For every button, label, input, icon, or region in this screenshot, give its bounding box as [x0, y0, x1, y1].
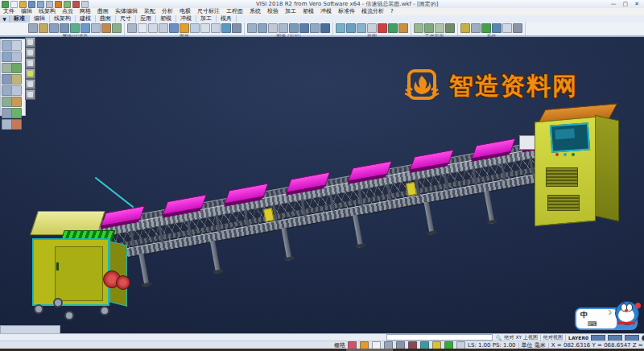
img-capture-icon[interactable] — [310, 23, 320, 33]
menu-模流分析[interactable]: 模流分析 — [358, 8, 387, 15]
img-bg-icon[interactable] — [299, 23, 309, 33]
material-icon[interactable] — [221, 23, 231, 33]
minimize-button[interactable]: — — [611, 1, 617, 8]
conveyor-model[interactable] — [88, 114, 574, 301]
section-icon[interactable] — [200, 23, 210, 33]
print-icon[interactable] — [46, 1, 53, 8]
shaded-edge-icon[interactable] — [169, 23, 179, 33]
tab-冲模[interactable]: 冲模 — [176, 15, 196, 23]
menu-尺寸标注[interactable]: 尺寸标注 — [194, 8, 223, 15]
linetype-icon[interactable] — [49, 23, 59, 33]
menu-编辑[interactable]: 编辑 — [18, 8, 35, 15]
menu-电极[interactable]: 电极 — [176, 8, 194, 15]
measure-icon[interactable] — [11, 74, 22, 85]
new-doc-icon[interactable] — [10, 1, 18, 8]
zoom-all-icon[interactable] — [336, 23, 345, 33]
menu-加工[interactable]: 加工 — [282, 8, 299, 15]
sys-macro-icon[interactable] — [513, 23, 522, 33]
save-icon[interactable] — [28, 1, 35, 8]
copy-icon[interactable] — [11, 52, 22, 62]
close-button[interactable]: ✕ — [634, 1, 639, 8]
img-view-icon[interactable] — [320, 23, 330, 33]
ime-keyboard-icon[interactable]: ⌨ — [588, 320, 597, 328]
3d-viewport[interactable]: 智造资料网 — [0, 37, 644, 333]
zoom-prev-icon[interactable] — [357, 23, 366, 33]
sys-snap-icon[interactable] — [481, 23, 491, 33]
select-filter-icon[interactable] — [112, 23, 122, 33]
search-icon[interactable]: 🔍 — [496, 335, 502, 341]
menu-冲模[interactable]: 冲模 — [317, 8, 335, 15]
menu-点云[interactable]: 点云 — [59, 8, 76, 15]
visibility-icon[interactable] — [91, 23, 101, 33]
lock-icon[interactable] — [101, 23, 111, 33]
render-icon[interactable] — [180, 23, 189, 33]
menu-文件[interactable]: 文件 — [0, 8, 18, 15]
maximize-button[interactable]: ▢ — [623, 1, 629, 8]
view-top-icon[interactable] — [398, 23, 408, 33]
right-machine-cabinet[interactable] — [531, 105, 624, 229]
mirror-icon[interactable] — [11, 63, 22, 73]
tab-尺寸[interactable]: 尺寸 — [116, 15, 136, 23]
delete-icon[interactable] — [11, 40, 22, 51]
img-print-icon[interactable] — [289, 23, 299, 33]
layer-icon[interactable] — [28, 23, 38, 33]
tab-加工[interactable]: 加工 — [196, 15, 217, 23]
menu-分析[interactable]: 分析 — [159, 8, 176, 15]
view-iso-button[interactable] — [25, 68, 35, 79]
view-top-button[interactable] — [25, 47, 35, 58]
wp-set-icon[interactable] — [414, 23, 423, 33]
img-quality2-icon[interactable] — [258, 23, 267, 33]
ime-panel[interactable]: 中 ☽ ⌨ — [576, 309, 617, 328]
open-folder-icon[interactable] — [19, 1, 27, 8]
rotate-view-icon[interactable] — [378, 23, 387, 33]
filter-icon[interactable] — [60, 23, 69, 33]
save-all-icon[interactable] — [37, 1, 44, 8]
view-front-button[interactable] — [25, 37, 35, 47]
attr-copy-icon[interactable] — [70, 23, 80, 33]
menu-工程图[interactable]: 工程图 — [223, 8, 246, 15]
view-fit-button[interactable] — [25, 89, 35, 100]
menu-实体编辑[interactable]: 实体编辑 — [112, 8, 141, 15]
explode-icon[interactable] — [11, 119, 22, 130]
sys-ucs-icon[interactable] — [492, 23, 502, 33]
tab-塑模[interactable]: 塑模 — [156, 15, 176, 23]
tab-曲面[interactable]: 曲面 — [96, 15, 116, 23]
menu-标准件[interactable]: 标准件 — [335, 8, 358, 15]
menu-网格[interactable]: 网格 — [76, 8, 94, 15]
wp-rotate-icon[interactable] — [435, 23, 444, 33]
sys-grid-icon[interactable] — [471, 23, 481, 33]
menu-装配[interactable]: 装配 — [141, 8, 159, 15]
img-quality1-icon[interactable] — [247, 23, 257, 33]
ime-mode-indicator[interactable]: 中 — [580, 310, 588, 320]
attr-paste-icon[interactable] — [80, 23, 90, 33]
menu-?[interactable]: ? — [387, 8, 397, 15]
tab-线架构[interactable]: 线架构 — [50, 15, 76, 23]
active-layer-label[interactable]: LAYER0 — [568, 335, 588, 341]
tab-应用[interactable]: 应用 — [136, 15, 156, 23]
left-feeder-cart[interactable] — [29, 204, 142, 317]
command-input-field[interactable] — [386, 334, 493, 341]
tab-建模[interactable]: 建模 — [76, 15, 96, 23]
shadow-icon[interactable] — [232, 23, 242, 33]
qa-dropdown-icon[interactable] — [81, 1, 89, 8]
img-save-icon[interactable] — [268, 23, 278, 33]
extend-icon[interactable] — [11, 85, 22, 96]
transparent-icon[interactable] — [190, 23, 200, 33]
view-iso-icon[interactable] — [388, 23, 398, 33]
light-icon[interactable] — [211, 23, 221, 33]
shaded-icon[interactable] — [159, 23, 168, 33]
sys-settings-icon[interactable] — [460, 23, 470, 33]
fillet-icon[interactable] — [11, 97, 22, 107]
tab-编辑[interactable]: 编辑 — [30, 15, 50, 23]
menu-塑模[interactable]: 塑模 — [299, 8, 317, 15]
tab-标准[interactable]: 标准 — [10, 15, 30, 23]
menu-线架构[interactable]: 线架构 — [35, 8, 59, 15]
sys-calc-icon[interactable] — [502, 23, 512, 33]
img-copy-icon[interactable] — [279, 23, 288, 33]
redo-icon[interactable] — [64, 1, 71, 8]
redraw-icon[interactable] — [127, 23, 137, 33]
ime-moon-icon[interactable]: ☽ — [606, 309, 612, 316]
view-side-button[interactable] — [25, 58, 35, 68]
tab-模具[interactable]: 模具 — [217, 15, 237, 23]
undo-icon[interactable] — [55, 1, 62, 8]
